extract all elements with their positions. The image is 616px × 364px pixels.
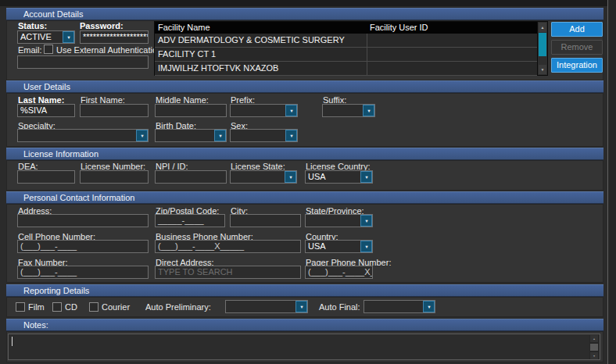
facility-user-id-cell <box>367 62 537 75</box>
password-masked-value: ******************** <box>83 32 149 41</box>
license-number-field[interactable] <box>80 170 149 184</box>
chevron-down-icon[interactable] <box>363 105 374 116</box>
chevron-down-icon[interactable] <box>63 31 74 43</box>
suffix-dropdown[interactable] <box>322 104 375 117</box>
chevron-down-icon[interactable] <box>360 215 372 227</box>
zip-input-mask: _____-____ <box>158 216 204 225</box>
license-country-value: USA <box>306 171 360 183</box>
status-value: ACTIVE <box>18 31 62 43</box>
auto-final-label: Auto Final: <box>319 302 360 312</box>
cd-checkbox[interactable] <box>52 302 62 312</box>
pager-phone-mask: (___)___-____X_____ <box>308 267 373 277</box>
triangle-up-icon[interactable] <box>590 335 598 342</box>
address-field[interactable] <box>17 214 149 227</box>
facility-table: Facility Name Facility User ID ADV DERMA… <box>154 21 548 76</box>
zip-postal-code-field[interactable]: _____-____ <box>155 214 225 227</box>
section-header-user-details: User Details <box>6 80 603 93</box>
license-state-dropdown[interactable] <box>230 170 297 184</box>
country-value: USA <box>306 241 360 252</box>
first-name-field[interactable] <box>80 104 149 117</box>
use-external-auth-label: Use External Authentication <box>56 45 162 55</box>
courier-label: Courier <box>102 302 130 312</box>
direct-address-placeholder: TYPE TO SEARCH <box>158 267 233 277</box>
add-button[interactable]: Add <box>551 22 603 37</box>
dea-field[interactable] <box>17 170 75 184</box>
table-row[interactable]: FACILITY CT 1 <box>155 48 537 62</box>
section-header-reporting-details: Reporting Details <box>6 284 603 297</box>
table-row[interactable]: ADV DERMATOLOGY & COSMETIC SURGERY <box>155 34 537 48</box>
auto-preliminary-dropdown[interactable] <box>225 300 308 313</box>
table-row[interactable]: IMJWILHZ HTOFTVK NXAZOB <box>155 62 537 76</box>
notes-scrollbar[interactable] <box>589 335 599 359</box>
courier-checkbox[interactable] <box>89 302 98 312</box>
business-phone-mask: (___)___-____X_____ <box>158 241 244 251</box>
section-header-notes: Notes: <box>6 319 603 331</box>
section-header-personal-contact: Personal Contact Information <box>6 191 603 204</box>
chevron-down-icon[interactable] <box>285 105 297 116</box>
status-label: Status: <box>18 21 47 30</box>
facility-user-id-cell <box>367 34 537 47</box>
scrollbar-thumb[interactable] <box>539 33 546 56</box>
chevron-down-icon[interactable] <box>295 301 307 312</box>
chevron-down-icon[interactable] <box>285 171 296 183</box>
use-external-auth-checkbox[interactable] <box>44 45 53 54</box>
column-header-facility-name[interactable]: Facility Name <box>158 22 210 34</box>
triangle-down-icon[interactable] <box>590 352 598 359</box>
birth-date-dropdown[interactable] <box>155 129 227 142</box>
password-field[interactable]: ******************** <box>80 30 149 44</box>
last-name-value: %SIVA <box>20 105 47 115</box>
chevron-down-icon[interactable] <box>360 171 372 183</box>
business-phone-field[interactable]: (___)___-____X_____ <box>155 240 301 253</box>
cell-phone-mask: (___)___-____ <box>20 241 77 251</box>
direct-address-field[interactable]: TYPE TO SEARCH <box>155 266 301 279</box>
facility-table-header: Facility Name Facility User ID <box>155 22 537 34</box>
email-label: Email: <box>18 45 42 55</box>
chevron-down-icon[interactable] <box>136 130 148 141</box>
pager-phone-field[interactable]: (___)___-____X_____ <box>305 266 373 279</box>
auto-final-dropdown[interactable] <box>364 300 435 313</box>
triangle-up-icon[interactable] <box>539 23 546 32</box>
city-field[interactable] <box>230 214 301 227</box>
chevron-down-icon[interactable] <box>214 130 226 141</box>
notes-textarea[interactable] <box>8 334 600 360</box>
remove-button[interactable]: Remove <box>551 40 603 55</box>
triangle-down-icon[interactable] <box>539 65 546 74</box>
status-dropdown[interactable]: ACTIVE <box>17 30 75 44</box>
prefix-dropdown[interactable] <box>230 104 298 117</box>
provider-account-form: Account Details Status: ACTIVE Password:… <box>0 0 616 364</box>
license-country-dropdown[interactable]: USA <box>305 170 373 184</box>
specialty-dropdown[interactable] <box>17 129 149 142</box>
cell-phone-field[interactable]: (___)___-____ <box>17 240 149 253</box>
fax-number-mask: (___)___-____ <box>20 267 77 277</box>
facility-table-scrollbar[interactable] <box>537 22 547 75</box>
section-header-license-information: License Information <box>6 148 603 160</box>
fax-number-field[interactable]: (___)___-____ <box>17 266 149 279</box>
country-dropdown[interactable]: USA <box>305 240 373 253</box>
chevron-down-icon[interactable] <box>360 241 372 252</box>
auto-preliminary-label: Auto Preliminary: <box>145 302 211 312</box>
integration-button[interactable]: Integration <box>551 58 603 73</box>
last-name-field[interactable]: %SIVA <box>17 104 75 117</box>
film-label: Film <box>28 302 45 312</box>
column-header-facility-user-id[interactable]: Facility User ID <box>370 22 428 34</box>
section-header-account-details: Account Details <box>6 8 603 20</box>
right-pane-margin <box>608 0 616 364</box>
scrollbar-thumb[interactable] <box>590 344 598 351</box>
sex-dropdown[interactable] <box>230 129 298 142</box>
text-caret <box>12 337 13 346</box>
middle-name-field[interactable] <box>155 104 227 117</box>
facility-user-id-cell <box>367 48 537 61</box>
top-border-strip <box>0 0 616 6</box>
cd-label: CD <box>65 302 77 312</box>
facility-name-cell: ADV DERMATOLOGY & COSMETIC SURGERY <box>158 34 345 47</box>
film-checkbox[interactable] <box>16 302 25 312</box>
facility-name-cell: IMJWILHZ HTOFTVK NXAZOB <box>158 62 278 75</box>
facility-name-cell: FACILITY CT 1 <box>158 48 216 61</box>
password-label: Password: <box>80 21 124 30</box>
chevron-down-icon[interactable] <box>285 130 297 141</box>
npi-id-field[interactable] <box>155 170 227 184</box>
email-field[interactable] <box>17 55 149 69</box>
state-province-dropdown[interactable] <box>305 214 373 227</box>
chevron-down-icon[interactable] <box>423 301 435 312</box>
